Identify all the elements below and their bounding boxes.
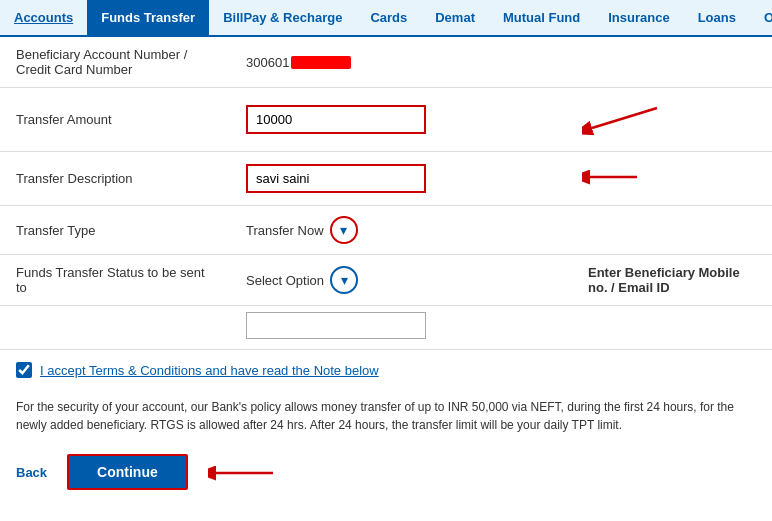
beneficiary-redacted — [291, 56, 351, 69]
nav-items-container: Accounts Funds Transfer BillPay & Rechar… — [0, 0, 772, 37]
nav-cards[interactable]: Cards — [356, 0, 421, 35]
nav-bar: Accounts Funds Transfer BillPay & Rechar… — [0, 0, 772, 37]
funds-status-label: Funds Transfer Status to be sent to — [0, 255, 230, 306]
back-button[interactable]: Back — [16, 465, 47, 480]
terms-checkbox[interactable] — [16, 362, 32, 378]
continue-button[interactable]: Continue — [67, 454, 188, 490]
transfer-type-cell: Transfer Now ▾ — [230, 206, 572, 255]
extra-input-row — [0, 306, 772, 350]
transfer-type-value: Transfer Now — [246, 223, 324, 238]
transfer-desc-input[interactable] — [246, 164, 426, 193]
nav-mutual-fund[interactable]: Mutual Fund — [489, 0, 594, 35]
mobile-email-input[interactable] — [246, 312, 426, 339]
beneficiary-label: Beneficiary Account Number / Credit Card… — [0, 37, 230, 88]
beneficiary-prefix: 300601 — [246, 55, 289, 70]
transfer-amount-row: Transfer Amount — [0, 88, 772, 152]
svg-line-1 — [592, 108, 657, 128]
enter-mobile-label: Enter Beneficiary Mobile no. / Email ID — [588, 265, 740, 295]
nav-funds-transfer[interactable]: Funds Transfer — [87, 0, 209, 35]
button-row: Back Continue — [0, 446, 772, 506]
beneficiary-row: Beneficiary Account Number / Credit Card… — [0, 37, 772, 88]
nav-offers[interactable]: Offers — [750, 0, 772, 35]
nav-billpay[interactable]: BillPay & Recharge — [209, 0, 356, 35]
terms-link[interactable]: I accept Terms & Conditions and have rea… — [40, 363, 379, 378]
transfer-type-row: Transfer Type Transfer Now ▾ — [0, 206, 772, 255]
nav-loans[interactable]: Loans — [684, 0, 750, 35]
nav-accounts[interactable]: Accounts — [0, 0, 87, 35]
transfer-desc-label: Transfer Description — [0, 152, 230, 206]
transfer-desc-cell — [230, 152, 572, 206]
funds-status-cell: Select Option ▾ — [230, 255, 572, 306]
red-arrow-desc — [582, 162, 642, 192]
red-arrow-continue — [208, 455, 278, 490]
transfer-amount-cell — [230, 88, 572, 152]
nav-demat[interactable]: Demat — [421, 0, 489, 35]
transfer-amount-label: Transfer Amount — [0, 88, 230, 152]
funds-status-row: Funds Transfer Status to be sent to Sele… — [0, 255, 772, 306]
note-text: For the security of your account, our Ba… — [0, 390, 772, 446]
funds-status-value: Select Option — [246, 273, 324, 288]
transfer-form: Beneficiary Account Number / Credit Card… — [0, 37, 772, 350]
transfer-amount-input[interactable] — [246, 105, 426, 134]
transfer-type-label: Transfer Type — [0, 206, 230, 255]
red-arrow-amount — [582, 98, 662, 138]
beneficiary-value-cell: 300601 — [230, 37, 572, 88]
transfer-description-row: Transfer Description — [0, 152, 772, 206]
transfer-type-dropdown-btn[interactable]: ▾ — [330, 216, 358, 244]
terms-row: I accept Terms & Conditions and have rea… — [0, 350, 772, 390]
funds-status-dropdown-btn[interactable]: ▾ — [330, 266, 358, 294]
transfer-type-dropdown-container: Transfer Now ▾ — [246, 216, 556, 244]
funds-status-dropdown-container: Select Option ▾ — [246, 266, 556, 294]
nav-insurance[interactable]: Insurance — [594, 0, 683, 35]
beneficiary-number-container: 300601 — [246, 55, 556, 70]
